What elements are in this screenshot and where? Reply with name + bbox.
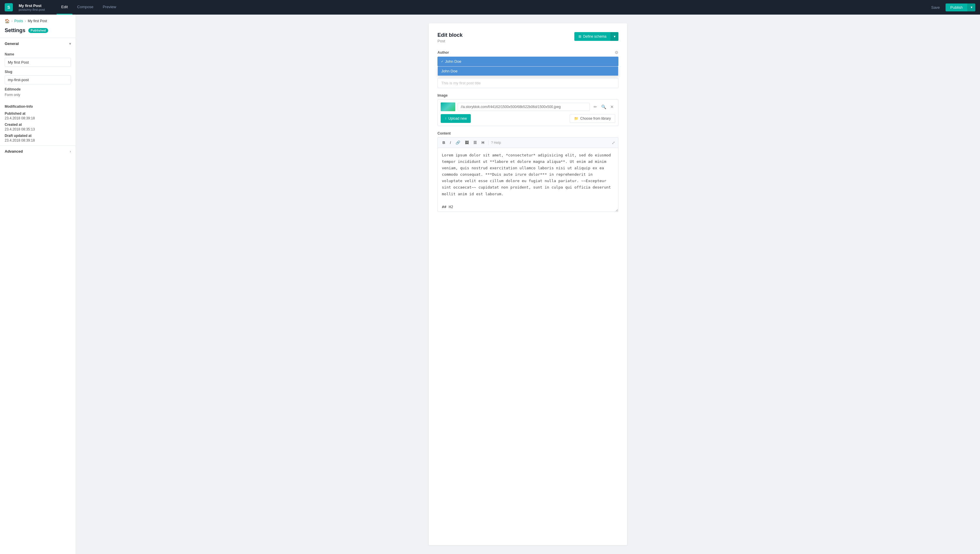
upload-label: Upload new — [448, 116, 467, 121]
name-label: Name — [5, 52, 71, 56]
breadcrumb-sep: › — [11, 19, 13, 23]
edit-block-title-group: Edit block Post — [438, 32, 463, 43]
content-label: Content — [438, 131, 619, 135]
layout: 🏠 › Posts › My first Post Settings Publi… — [0, 14, 980, 554]
content-field: Content B I 🔗 🖼 ☰ H ? Help ⤢ Lorem ipsum… — [438, 131, 619, 213]
image-input-row: ✏ 🔍 ✕ — [441, 102, 615, 111]
author-dropdown-wrapper: ✓ John Doe John Doe — [438, 57, 619, 66]
breadcrumb: 🏠 › Posts › My first Post — [0, 14, 76, 26]
image-field-container: ✏ 🔍 ✕ ↑ Upload new 📁 Choose from library — [438, 99, 619, 126]
topnav-tabs: Edit Compose Preview — [57, 0, 121, 14]
tab-compose[interactable]: Compose — [72, 0, 98, 14]
home-icon[interactable]: 🏠 — [5, 19, 10, 23]
image-actions: ✏ 🔍 ✕ — [592, 103, 615, 110]
app-title: My first Post — [19, 3, 45, 8]
author-label: Author — [438, 51, 449, 54]
author-dropdown-list: John Doe — [438, 66, 619, 76]
image-field: Image ✏ 🔍 ✕ ↑ Upload n — [438, 93, 619, 126]
edit-block-title: Edit block — [438, 32, 463, 38]
publish-dropdown-button[interactable]: ▾ — [967, 3, 975, 11]
advanced-section[interactable]: Advanced › — [0, 145, 76, 157]
image-remove-button[interactable]: ✕ — [609, 103, 615, 110]
author-field: Author ⚙ ✓ John Doe John Doe — [438, 50, 619, 66]
help-icon: ? — [491, 141, 493, 145]
library-icon: 📁 — [574, 116, 578, 121]
edit-block-header: Edit block Post ⊞ Define schema ▾ — [438, 32, 619, 43]
author-option-john-doe[interactable]: John Doe — [438, 67, 618, 76]
author-selected-value: John Doe — [445, 59, 461, 64]
link-button[interactable]: 🔗 — [454, 140, 462, 146]
slug-input[interactable] — [5, 75, 71, 84]
help-label: Help — [494, 141, 501, 145]
advanced-label: Advanced — [5, 149, 23, 154]
image-preview — [441, 102, 455, 111]
italic-button[interactable]: I — [448, 140, 453, 146]
general-label: General — [5, 41, 19, 46]
created-at-value: 23.4.2018 08:35:13 — [5, 127, 71, 131]
content-toolbar: B I 🔗 🖼 ☰ H ? Help ⤢ — [438, 137, 619, 148]
breadcrumb-sep2: › — [25, 19, 26, 23]
image-button[interactable]: 🖼 — [463, 140, 471, 146]
list-button[interactable]: ☰ — [472, 140, 479, 146]
title-input[interactable] — [438, 78, 619, 88]
define-schema-dropdown[interactable]: ▾ — [611, 32, 619, 41]
editmode-label: Editmode — [5, 87, 71, 91]
slug-label: Slug — [5, 70, 71, 74]
bold-button[interactable]: B — [441, 140, 447, 146]
general-section-header[interactable]: General ▾ — [0, 38, 76, 49]
draft-updated-value: 23.4.2018 08:39:18 — [5, 138, 71, 142]
brand: S My first Post posts/my-first-post — [5, 3, 45, 11]
upload-button[interactable]: ↑ Upload new — [441, 114, 471, 123]
check-icon: ✓ — [441, 60, 443, 63]
published-at-label: Published at — [5, 111, 71, 116]
image-label: Image — [438, 93, 619, 97]
author-gear-icon[interactable]: ⚙ — [615, 50, 619, 55]
topnav-actions: Save Publish ▾ — [928, 3, 975, 11]
define-schema-group: ⊞ Define schema ▾ — [574, 32, 619, 41]
main-area: Edit block Post ⊞ Define schema ▾ Author… — [76, 14, 980, 554]
author-label-row: Author ⚙ — [438, 50, 619, 55]
image-edit-button[interactable]: ✏ — [592, 103, 598, 110]
library-label: Choose from library — [580, 116, 611, 121]
edit-panel: Edit block Post ⊞ Define schema ▾ Author… — [429, 23, 627, 545]
name-input[interactable] — [5, 58, 71, 67]
modification-label: Modification-Info — [5, 105, 71, 108]
toolbar-separator — [488, 140, 488, 145]
save-button[interactable]: Save — [928, 3, 943, 11]
image-url-input[interactable] — [458, 103, 590, 111]
published-at-value: 23.4.2018 08:39:18 — [5, 116, 71, 120]
tab-edit[interactable]: Edit — [57, 0, 72, 14]
breadcrumb-posts-link[interactable]: Posts — [14, 19, 23, 23]
breadcrumb-current: My first Post — [28, 19, 47, 23]
published-badge: Published — [28, 28, 48, 33]
app-subtitle: posts/my-first-post — [19, 8, 45, 11]
editmode-value: Form only — [5, 93, 71, 97]
general-section: General ▾ Name Slug Editmode Form only — [0, 38, 76, 102]
content-textarea[interactable]: Lorem ipsum dolor sit amet, *consectetur… — [438, 148, 619, 212]
help-button[interactable]: ? Help — [491, 141, 501, 145]
app-logo: S — [5, 3, 13, 11]
image-buttons: ↑ Upload new 📁 Choose from library — [441, 114, 615, 123]
created-at-label: Created at — [5, 123, 71, 127]
general-body: Name Slug Editmode Form only — [0, 52, 76, 102]
upload-icon: ↑ — [445, 116, 447, 121]
settings-title: Settings — [5, 27, 25, 33]
schema-icon: ⊞ — [578, 35, 581, 38]
heading-button[interactable]: H — [480, 140, 486, 146]
general-chevron-icon: ▾ — [69, 42, 71, 46]
topnav: S My first Post posts/my-first-post Edit… — [0, 0, 980, 14]
sidebar-heading: Settings Published — [0, 26, 76, 38]
image-search-button[interactable]: 🔍 — [600, 103, 608, 110]
modification-section: Modification-Info Published at 23.4.2018… — [0, 105, 76, 145]
advanced-arrow-icon: › — [70, 150, 71, 154]
sidebar: 🏠 › Posts › My first Post Settings Publi… — [0, 14, 76, 554]
edit-block-subtitle: Post — [438, 39, 463, 43]
expand-button[interactable]: ⤢ — [612, 140, 615, 145]
define-schema-button[interactable]: ⊞ Define schema — [574, 32, 611, 41]
library-button[interactable]: 📁 Choose from library — [570, 114, 615, 123]
author-selected[interactable]: ✓ John Doe — [438, 57, 619, 66]
tab-preview[interactable]: Preview — [98, 0, 121, 14]
publish-button[interactable]: Publish — [945, 3, 967, 11]
draft-updated-label: Draft updated at — [5, 134, 71, 138]
